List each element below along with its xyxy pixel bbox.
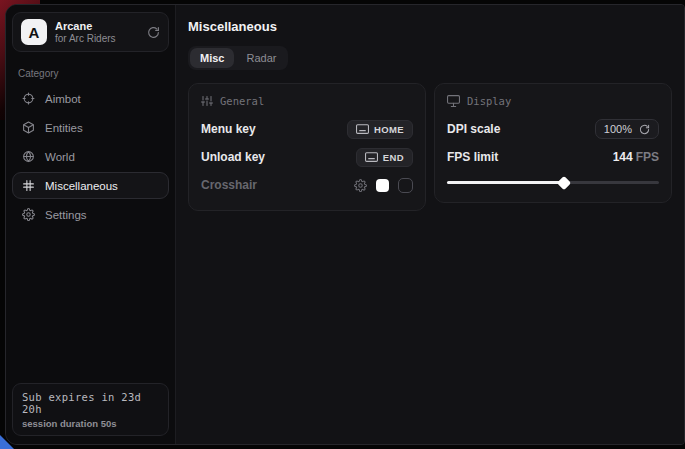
sidebar-nav: Aimbot Entities World — [12, 85, 169, 228]
sidebar-item-label: Settings — [45, 209, 87, 221]
app-subtitle: for Arc Riders — [55, 33, 139, 45]
slider-thumb[interactable] — [557, 175, 571, 189]
sidebar-item-miscellaneous[interactable]: Miscellaneous — [12, 172, 169, 199]
globe-icon — [21, 150, 36, 163]
card-title: General — [220, 95, 264, 107]
menu-key-label: Menu key — [201, 122, 256, 136]
sliders-icon — [201, 95, 213, 107]
session-duration-text: session duration 50s — [22, 418, 159, 429]
monitor-icon — [447, 95, 460, 107]
app-window: A Arcane for Arc Riders Category Aimbot — [5, 4, 685, 445]
cycle-icon — [639, 124, 650, 135]
dpi-scale-label: DPI scale — [447, 122, 500, 136]
crosshair-checkbox[interactable] — [398, 178, 413, 193]
keyboard-icon — [365, 152, 378, 162]
sidebar: A Arcane for Arc Riders Category Aimbot — [6, 5, 176, 444]
keyboard-icon — [356, 124, 369, 134]
refresh-icon[interactable] — [147, 26, 160, 39]
dpi-scale-value: 100% — [604, 123, 632, 135]
app-logo-card: A Arcane for Arc Riders — [12, 12, 169, 52]
slider-fill — [447, 181, 564, 184]
page-title: Miscellaneous — [188, 19, 672, 34]
app-logo: A — [21, 19, 47, 45]
unload-key-row: Unload key END — [201, 145, 413, 169]
subscription-status-card: Sub expires in 23d 20h session duration … — [12, 383, 169, 436]
dpi-scale-control[interactable]: 100% — [595, 119, 659, 139]
sidebar-item-label: Miscellaneous — [45, 180, 118, 192]
crosshair-settings-gear-icon[interactable] — [354, 179, 367, 192]
sidebar-item-label: Entities — [45, 122, 83, 134]
app-name: Arcane — [55, 20, 139, 33]
menu-key-row: Menu key HOME — [201, 117, 413, 141]
crosshair-row: Crosshair — [201, 173, 413, 197]
sidebar-item-entities[interactable]: Entities — [12, 114, 169, 141]
main-content: Miscellaneous Misc Radar General Menu ke… — [176, 5, 684, 444]
unload-key-label: Unload key — [201, 150, 265, 164]
fps-limit-label: FPS limit — [447, 150, 498, 164]
crosshair-color-swatch[interactable] — [376, 179, 389, 192]
sidebar-item-label: World — [45, 151, 75, 163]
category-label: Category — [18, 68, 169, 79]
entities-icon — [21, 121, 36, 134]
unload-key-bind-button[interactable]: END — [356, 148, 413, 167]
gear-icon — [21, 208, 36, 221]
fps-limit-value: 144FPS — [613, 150, 659, 164]
fps-limit-row: FPS limit 144FPS — [447, 145, 659, 169]
general-card: General Menu key HOME Unload key — [188, 83, 426, 211]
sub-expires-text: Sub expires in 23d 20h — [22, 391, 159, 415]
sidebar-item-settings[interactable]: Settings — [12, 201, 169, 228]
display-card: Display DPI scale 100% FPS limit — [434, 83, 672, 203]
grid-icon — [21, 179, 36, 192]
dpi-scale-row: DPI scale 100% — [447, 117, 659, 141]
fps-limit-slider[interactable] — [447, 175, 659, 189]
menu-key-bind-button[interactable]: HOME — [347, 120, 413, 139]
crosshair-icon — [21, 92, 36, 105]
crosshair-label: Crosshair — [201, 178, 257, 192]
sidebar-item-label: Aimbot — [45, 93, 81, 105]
sidebar-item-aimbot[interactable]: Aimbot — [12, 85, 169, 112]
tab-bar: Misc Radar — [188, 46, 288, 70]
card-title: Display — [467, 95, 511, 107]
tab-radar[interactable]: Radar — [236, 48, 286, 68]
sidebar-item-world[interactable]: World — [12, 143, 169, 170]
tab-misc[interactable]: Misc — [190, 48, 234, 68]
